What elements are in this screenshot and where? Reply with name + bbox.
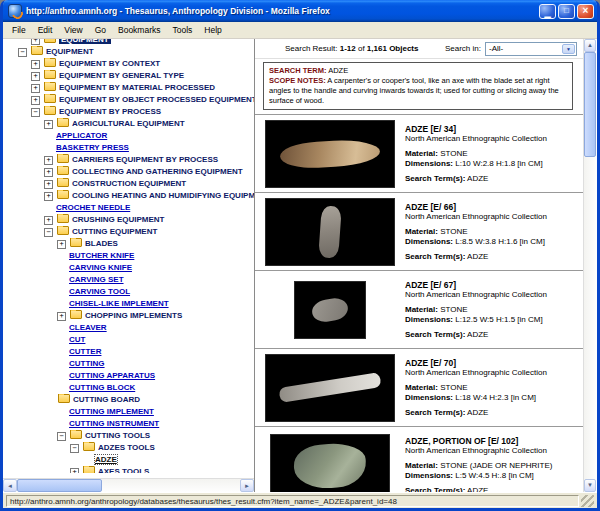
expand-icon[interactable]: + [44,216,53,225]
tree-item-cutting-board[interactable]: CUTTING BOARD [3,394,254,406]
scroll-right-icon[interactable]: ► [240,479,254,492]
scroll-up-icon[interactable]: ▲ [584,39,596,52]
tree-item-label[interactable]: CARVING SET [69,275,124,284]
menu-view[interactable]: View [58,24,88,36]
tree-item-label[interactable]: EQUIPMENT BY GENERAL TYPE [59,71,184,80]
tree-item-label[interactable]: CONSTRUCTION EQUIPMENT [72,179,186,188]
tree-item-agricultural-equipment[interactable]: +AGRICULTURAL EQUIPMENT [3,118,254,130]
artifact-photo[interactable] [266,355,394,421]
tree-item-label[interactable]: AXES TOOLS [98,467,149,473]
tree-item-adzes-tools[interactable]: −ADZES TOOLS [3,442,254,454]
expand-icon[interactable]: + [70,468,79,473]
expand-icon[interactable]: + [31,39,40,45]
tree-item-blades[interactable]: +BLADES [3,238,254,250]
menu-edit[interactable]: Edit [32,24,59,36]
tree-item-label[interactable]: CUTTER [69,347,101,356]
tree-item-label[interactable]: EQUIPMENT [59,39,111,44]
tree-item-equipment-by-object-processed-equipment[interactable]: +EQUIPMENT BY OBJECT PROCESSED EQUIPMENT [3,94,254,106]
tree-item-label[interactable]: EQUIPMENT BY MATERIAL PROCESSED [59,83,215,92]
expand-icon[interactable]: + [31,72,40,81]
collapse-icon[interactable]: − [18,48,27,57]
tree-item-crushing-equipment[interactable]: +CRUSHING EQUIPMENT [3,214,254,226]
expand-icon[interactable]: + [44,192,53,201]
tree-item-cutting-equipment[interactable]: −CUTTING EQUIPMENT [3,226,254,238]
collapse-icon[interactable]: − [57,432,66,441]
tree-item-label[interactable]: CARRIERS EQUIPMENT BY PROCESS [72,155,218,164]
tree-item-label[interactable]: CUTTING APPARATUS [69,371,155,380]
tree-item-cutting-instrument[interactable]: CUTTING INSTRUMENT [3,418,254,430]
tree-item-label[interactable]: EQUIPMENT BY CONTEXT [59,59,160,68]
tree-item-label[interactable]: CUT [69,335,85,344]
collapse-icon[interactable]: − [31,108,40,117]
tree-item-equipment[interactable]: −EQUIPMENT [3,46,254,58]
vertical-scroll-thumb[interactable] [584,52,596,157]
menu-go[interactable]: Go [89,24,112,36]
tree-item-carving-tool[interactable]: CARVING TOOL [3,286,254,298]
tree-item-cutting-apparatus[interactable]: CUTTING APPARATUS [3,370,254,382]
tree-item-label[interactable]: ADZE [95,455,117,464]
artifact-photo[interactable] [266,199,394,265]
tree-item-label[interactable]: BASKETRY PRESS [56,143,129,152]
collapse-icon[interactable]: − [70,444,79,453]
tree-item-carving-set[interactable]: CARVING SET [3,274,254,286]
collapse-icon[interactable]: − [44,228,53,237]
horizontal-scroll-thumb[interactable] [17,479,102,492]
tree-item-crochet-needle[interactable]: CROCHET NEEDLE [3,202,254,214]
minimize-button[interactable]: ▁ [539,4,556,19]
tree-item-chopping-implements[interactable]: +CHOPPING IMPLEMENTS [3,310,254,322]
tree-item-label[interactable]: EQUIPMENT BY PROCESS [59,107,161,116]
tree-item-label[interactable]: EQUIPMENT BY OBJECT PROCESSED EQUIPMENT [59,95,254,104]
tree-item-label[interactable]: APPLICATOR [56,131,107,140]
tree-item-label[interactable]: BUTCHER KNIFE [69,251,134,260]
tree-item-label[interactable]: CRUSHING EQUIPMENT [72,215,164,224]
tree-item-label[interactable]: CHOPPING IMPLEMENTS [85,311,182,320]
tree-item-equipment-by-context[interactable]: +EQUIPMENT BY CONTEXT [3,58,254,70]
tree-item-equipment-by-material-processed[interactable]: +EQUIPMENT BY MATERIAL PROCESSED [3,82,254,94]
tree-item-equipment-by-general-type[interactable]: +EQUIPMENT BY GENERAL TYPE [3,70,254,82]
close-button[interactable]: × [577,4,594,19]
tree-item-label[interactable]: COOLING HEATING AND HUMIDIFYING EQUIPMEN… [72,191,254,200]
tree-item-label[interactable]: BLADES [85,239,118,248]
resize-grip-icon[interactable] [581,495,594,507]
expand-icon[interactable]: + [31,84,40,93]
menu-bookmarks[interactable]: Bookmarks [112,24,167,36]
tree-horizontal-scrollbar[interactable]: ◄ ► [3,478,254,492]
menu-file[interactable]: File [6,24,32,36]
tree-item-collecting-and-gathering-equipment[interactable]: +COLLECTING AND GATHERING EQUIPMENT [3,166,254,178]
maximize-button[interactable]: □ [558,4,575,19]
tree-item-cutting[interactable]: CUTTING [3,358,254,370]
tree-item-label[interactable]: AGRICULTURAL EQUIPMENT [72,119,185,128]
tree-item-construction-equipment[interactable]: +CONSTRUCTION EQUIPMENT [3,178,254,190]
tree-item-cleaver[interactable]: CLEAVER [3,322,254,334]
tree-item-label[interactable]: CUTTING INSTRUMENT [69,419,159,428]
tree-item-basketry-press[interactable]: BASKETRY PRESS [3,142,254,154]
tree-item-label[interactable]: CUTTING IMPLEMENT [69,407,154,416]
tree-item-label[interactable]: CLEAVER [69,323,107,332]
tree-item-butcher-knife[interactable]: BUTCHER KNIFE [3,250,254,262]
expand-icon[interactable]: + [44,156,53,165]
expand-icon[interactable]: + [44,120,53,129]
expand-icon[interactable]: + [44,168,53,177]
vertical-scrollbar[interactable]: ▲ ▼ [583,39,596,492]
tree-item-cutting-block[interactable]: CUTTING BLOCK [3,382,254,394]
tree-item-chisel-like-implement[interactable]: CHISEL-LIKE IMPLEMENT [3,298,254,310]
tree-item-carving-knife[interactable]: CARVING KNIFE [3,262,254,274]
search-in-select[interactable]: -All- ▼ [485,42,577,56]
menu-help[interactable]: Help [198,24,227,36]
tree-item-equipment[interactable]: +EQUIPMENT [3,39,254,46]
tree-item-label[interactable]: CROCHET NEEDLE [56,203,130,212]
menu-tools[interactable]: Tools [167,24,199,36]
tree-item-axes-tools[interactable]: +AXES TOOLS [3,466,254,473]
expand-icon[interactable]: + [31,60,40,69]
tree-item-label[interactable]: CUTTING [69,359,105,368]
tree-item-applicator[interactable]: APPLICATOR [3,130,254,142]
tree-item-label[interactable]: CUTTING BLOCK [69,383,135,392]
scroll-down-icon[interactable]: ▼ [584,479,596,492]
tree-item-label[interactable]: CHISEL-LIKE IMPLEMENT [69,299,169,308]
tree-item-cooling-heating-and-humidifying-equipment[interactable]: +COOLING HEATING AND HUMIDIFYING EQUIPME… [3,190,254,202]
tree-item-label[interactable]: CUTTING BOARD [73,395,140,404]
expand-icon[interactable]: + [31,96,40,105]
expand-icon[interactable]: + [44,180,53,189]
artifact-photo[interactable] [266,121,394,187]
dropdown-arrow-icon[interactable]: ▼ [562,44,575,54]
